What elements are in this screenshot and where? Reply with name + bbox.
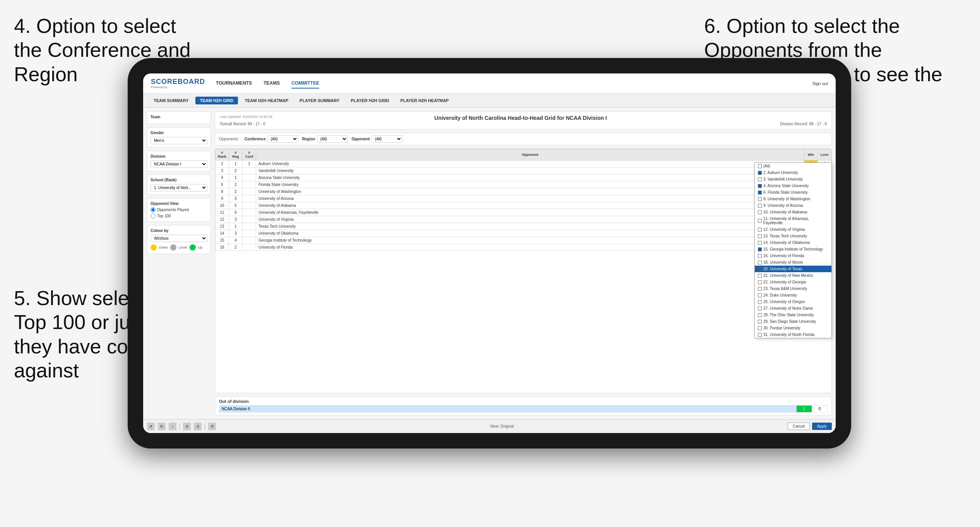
gender-section: Gender Men's <box>147 127 211 148</box>
opponent-view-label: Opponent View <box>151 201 207 206</box>
dropdown-item-label: 30. Purdue University <box>763 326 800 330</box>
dropdown-item[interactable]: 27. University of Notre Dame <box>755 305 831 312</box>
gender-select[interactable]: Men's <box>151 137 207 144</box>
dropdown-item-label: 11. University of Arkansas, Fayetteville <box>763 217 828 225</box>
subnav-h2h-grid[interactable]: TEAM H2H GRID <box>195 97 238 104</box>
dropdown-item[interactable]: 28. The Ohio State University <box>755 312 831 318</box>
region-select[interactable]: (All) <box>317 135 348 143</box>
opponents-label: Opponents: <box>219 137 239 141</box>
dropdown-item[interactable]: 23. Texas A&M University <box>755 285 831 292</box>
nav-committee[interactable]: COMMITTEE <box>291 78 319 89</box>
dropdown-item-label: 14. University of Oklahoma <box>763 240 810 245</box>
cell-conf <box>243 195 256 202</box>
radio-top100-input[interactable] <box>151 213 156 218</box>
dropdown-item[interactable]: 8. University of Washington <box>755 196 831 202</box>
dropdown-item[interactable]: 20. University of Texas <box>755 266 831 272</box>
dropdown-item-label: 25. University of Oregon <box>763 300 805 304</box>
dropdown-checkbox <box>758 177 762 181</box>
dropdown-checkbox <box>758 247 762 251</box>
dropdown-item[interactable]: 31. University of North Florida <box>755 331 831 338</box>
dropdown-item[interactable]: (All) <box>755 163 831 169</box>
cell-opponent: Auburn University <box>256 160 804 167</box>
cell-conf <box>243 209 256 216</box>
subnav-team-summary[interactable]: TEAM SUMMARY <box>149 97 193 104</box>
subnav-h2h-heatmap[interactable]: TEAM H2H HEATMAP <box>240 97 293 104</box>
dropdown-item[interactable]: 6. Florida State University <box>755 189 831 196</box>
cell-conf <box>243 188 256 195</box>
cell-reg: 3 <box>229 230 243 237</box>
clock-icon[interactable]: ⏱ <box>208 423 216 430</box>
apply-button[interactable]: Apply <box>812 423 832 430</box>
dropdown-item-label: 28. The Ohio State University <box>763 313 814 317</box>
dropdown-checkbox <box>758 267 762 271</box>
dropdown-item[interactable]: 12. University of Virginia <box>755 226 831 233</box>
toolbar-sep-1 <box>180 423 180 430</box>
dropdown-item[interactable]: 29. San Diego State University <box>755 318 831 325</box>
col-conf: #Conf <box>243 149 256 160</box>
dropdown-item[interactable]: 25. University of Oregon <box>755 298 831 305</box>
cell-reg: 2 <box>229 167 243 174</box>
nav-teams[interactable]: TEAMS <box>263 78 280 89</box>
dropdown-item[interactable]: 10. University of Alabama <box>755 209 831 215</box>
table-header-row: #Rank #Reg #Conf Opponent Win Loss <box>215 149 831 160</box>
conference-select[interactable]: (All) <box>267 135 298 143</box>
cell-reg: 6 <box>229 209 243 216</box>
subnav-player-summary[interactable]: PLAYER SUMMARY <box>295 97 344 104</box>
dropdown-item[interactable]: 21. University of New Mexico <box>755 272 831 279</box>
paste-icon[interactable]: ⎙ <box>194 423 202 430</box>
conference-filter-label: Conference <box>245 137 266 141</box>
radio-opponents-played[interactable]: Opponents Played <box>151 207 207 212</box>
dropdown-item[interactable]: 14. University of Oklahoma <box>755 239 831 246</box>
dropdown-item[interactable]: 3. Vanderbilt University <box>755 176 831 182</box>
table-row: 8 2 University of Washington 1 0 <box>215 188 831 195</box>
cancel-button[interactable]: Cancel <box>788 423 810 430</box>
back-icon[interactable]: ‹ <box>169 423 176 430</box>
dropdown-checkbox <box>758 307 762 310</box>
dropdown-item[interactable]: 13. Texas Tech University <box>755 233 831 239</box>
school-label: School (Rank) <box>151 178 207 182</box>
subnav-player-h2h-grid[interactable]: PLAYER H2H GRID <box>346 97 393 104</box>
copy-icon[interactable]: ⎘ <box>183 423 191 430</box>
cell-reg: 1 <box>229 174 243 181</box>
dropdown-item[interactable]: 15. Georgia Institute of Technology <box>755 246 831 252</box>
dropdown-item[interactable]: 9. University of Arizona <box>755 202 831 209</box>
dropdown-item[interactable]: 4. Arizona State University <box>755 182 831 189</box>
cell-reg: 2 <box>229 244 243 251</box>
division-select[interactable]: NCAA Division I <box>151 160 207 168</box>
dropdown-checkbox <box>758 287 762 291</box>
dropdown-item[interactable]: 30. Purdue University <box>755 325 831 331</box>
cell-conf <box>243 244 256 251</box>
school-select[interactable]: 1. University of Nort... <box>151 184 207 191</box>
dropdown-item-label: 10. University of Alabama <box>763 210 807 214</box>
cell-rank: 12 <box>215 216 229 223</box>
dropdown-item[interactable]: 11. University of Arkansas, Fayetteville <box>755 215 831 226</box>
table-row: 11 6 University of Arkansas, Fayettevill… <box>215 209 831 216</box>
undo-icon[interactable]: ↺ <box>147 423 155 430</box>
table-body: 2 1 1 Auburn University 2 1 3 2 Vanderbi… <box>215 160 831 251</box>
dropdown-item-label: 29. San Diego State University <box>763 319 816 324</box>
dropdown-item[interactable]: 2. Auburn University <box>755 169 831 176</box>
subnav-player-h2h-heatmap[interactable]: PLAYER H2H HEATMAP <box>396 97 453 104</box>
data-table-container: #Rank #Reg #Conf Opponent Win Loss <box>215 148 832 393</box>
dropdown-item-label: 16. University of Florida <box>763 254 804 258</box>
opponent-dropdown[interactable]: (All)2. Auburn University3. Vanderbilt U… <box>754 162 832 338</box>
tablet-device: SCOREBOARD Powered by ... TOURNAMENTS TE… <box>128 58 851 449</box>
colour-by-select[interactable]: Win/loss <box>151 235 207 242</box>
out-div-name: NCAA Division II <box>219 406 797 413</box>
dropdown-item[interactable]: 18. University of Illinois <box>755 259 831 266</box>
radio-top100[interactable]: Top 100 <box>151 213 207 218</box>
radio-opponents-played-input[interactable] <box>151 207 156 212</box>
nav-tournaments[interactable]: TOURNAMENTS <box>216 78 252 89</box>
cell-conf <box>243 223 256 230</box>
sign-out-link[interactable]: Sign out <box>812 81 828 86</box>
dropdown-item[interactable]: 24. Duke University <box>755 292 831 298</box>
table-row: 4 1 Arizona State University 5 1 <box>215 174 831 181</box>
table-row: 15 4 Georgia Institute of Technology 5 0 <box>215 237 831 244</box>
redo-icon[interactable]: ↻ <box>158 423 166 430</box>
cell-rank: 16 <box>215 244 229 251</box>
dropdown-item[interactable]: 16. University of Florida <box>755 252 831 259</box>
dropdown-item-label: 24. Duke University <box>763 293 797 297</box>
table-row: 12 3 University of Virginia 1 0 <box>215 216 831 223</box>
opponent-select[interactable]: (All) <box>371 135 402 143</box>
dropdown-item[interactable]: 22. University of Georgia <box>755 279 831 285</box>
